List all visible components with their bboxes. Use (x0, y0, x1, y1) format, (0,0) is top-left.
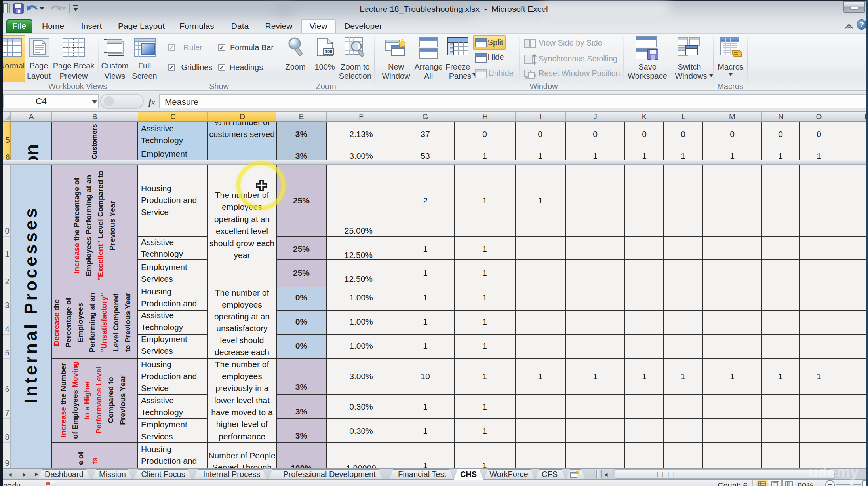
svg-text:100: 100 (325, 49, 332, 54)
